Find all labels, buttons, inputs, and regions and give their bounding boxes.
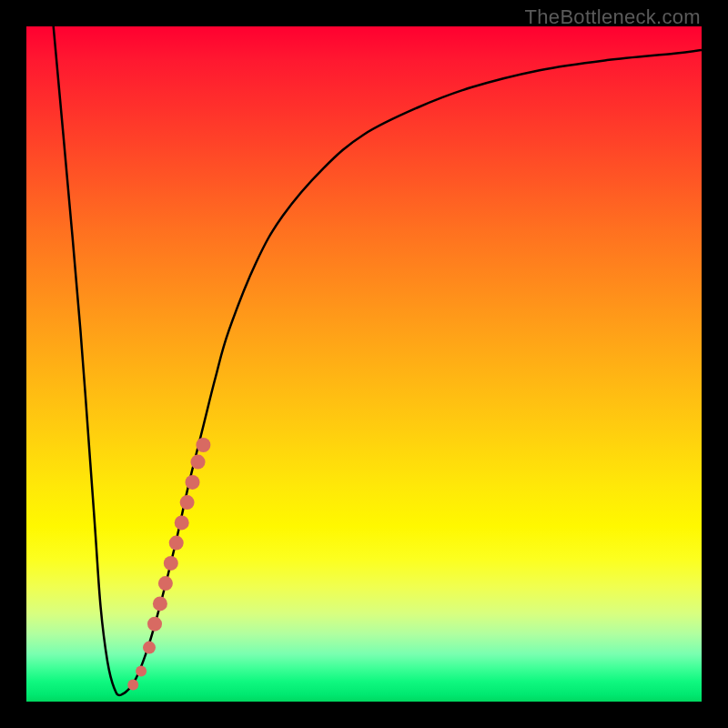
curve-marker [158,576,173,591]
marker-layer [127,438,210,691]
plot-area [26,26,702,702]
chart-svg [26,26,702,702]
curve-marker [136,666,147,677]
curve-marker [153,596,167,611]
curve-marker [169,536,184,551]
curve-marker [147,617,162,632]
chart-frame: TheBottleneck.com [0,0,728,728]
curve-marker [186,475,200,490]
watermark-text: TheBottleneck.com [525,5,701,29]
curve-marker [191,455,206,470]
curve-marker [196,438,210,452]
curve-marker [180,495,195,510]
curve-layer [54,26,702,695]
curve-marker [127,680,138,691]
curve-marker [175,515,189,530]
curve-marker [164,556,178,571]
bottleneck-curve [54,26,702,695]
curve-marker [143,642,156,654]
